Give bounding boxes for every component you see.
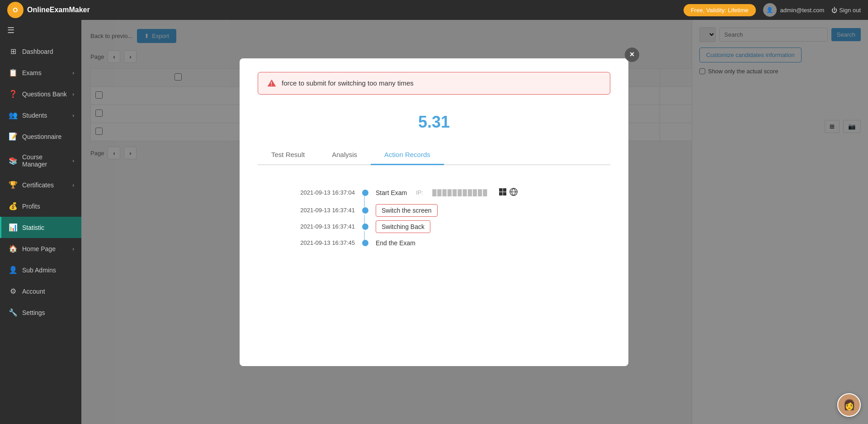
timeline: 2021-09-13 16:37:04 Start Exam IP: █████…: [258, 179, 610, 256]
timeline-date: 2021-09-13 16:37:45: [285, 239, 355, 246]
sub-admins-icon: 👤: [9, 266, 18, 274]
exams-icon: 📋: [9, 68, 18, 77]
tab-test-result[interactable]: Test Result: [258, 145, 318, 165]
sidebar-item-label: Home Page: [22, 245, 56, 252]
highlight-box: Switch the screen: [376, 204, 438, 217]
chevron-right-icon: ›: [72, 70, 74, 76]
timeline-date: 2021-09-13 16:37:41: [285, 207, 355, 214]
modal: × ! force to submit for switching too ma…: [240, 58, 628, 366]
sidebar-item-statistic[interactable]: 📊 Statistic: [0, 217, 81, 238]
sidebar-item-dashboard[interactable]: ⊞ Dashboard: [0, 41, 81, 62]
logo-text: OnlineExamMaker: [27, 6, 90, 14]
hamburger-icon[interactable]: ☰: [0, 20, 81, 41]
sidebar-item-label: Account: [22, 288, 45, 295]
sidebar-item-students[interactable]: 👥 Students ›: [0, 105, 81, 126]
timeline-date: 2021-09-13 16:37:04: [285, 189, 355, 196]
timeline-date: 2021-09-13 16:37:41: [285, 223, 355, 230]
sidebar-item-label: Profits: [22, 203, 40, 210]
sidebar-item-label: Students: [22, 112, 47, 119]
settings-icon: 🔧: [9, 308, 18, 317]
sidebar-item-label: Course Manager: [22, 153, 68, 168]
sidebar-item-account[interactable]: ⚙ Account: [0, 281, 81, 302]
validity-button[interactable]: Free, Validity: Lifetime: [684, 4, 756, 16]
course-manager-icon: 📚: [9, 157, 18, 165]
sidebar-item-profits[interactable]: 💰 Profits: [0, 195, 81, 217]
user-name: admin@test.com: [780, 7, 825, 14]
sidebar-item-exams[interactable]: 📋 Exams ›: [0, 62, 81, 83]
sidebar-item-certificates[interactable]: 🏆 Certificates ›: [0, 174, 81, 195]
sidebar-item-label: Questions Bank: [22, 91, 67, 98]
statistic-icon: 📊: [9, 223, 18, 232]
timeline-label: End the Exam: [376, 239, 415, 247]
account-icon: ⚙: [9, 287, 18, 295]
navbar-right: Free, Validity: Lifetime 👤 admin@test.co…: [684, 3, 861, 17]
sidebar-item-label: Dashboard: [22, 48, 53, 55]
sidebar-item-label: Settings: [22, 309, 45, 316]
chevron-right-icon: ›: [72, 246, 74, 252]
svg-text:!: !: [271, 81, 272, 86]
sidebar-item-home-page[interactable]: 🏠 Home Page ›: [0, 238, 81, 259]
signout-label: Sign out: [839, 7, 861, 14]
alert-banner: ! force to submit for switching too many…: [258, 72, 610, 95]
sidebar-item-label: Questionnaire: [22, 133, 61, 140]
students-icon: 👥: [9, 111, 18, 119]
highlight-box: Switching Back: [376, 220, 430, 233]
profits-icon: 💰: [9, 202, 18, 210]
timeline-item-switching-back: 2021-09-13 16:37:41 Switching Back: [285, 219, 583, 235]
signout-icon: ⏻: [831, 7, 837, 14]
avatar: 👤: [763, 3, 777, 17]
warning-icon: !: [267, 79, 276, 88]
platform-icons: [499, 188, 518, 198]
tab-analysis[interactable]: Analysis: [318, 145, 371, 165]
floating-avatar: 👩: [837, 393, 861, 417]
timeline-item-switch-screen: 2021-09-13 16:37:41 Switch the screen: [285, 202, 583, 219]
logo-icon: O: [7, 2, 24, 18]
svg-rect-4: [503, 192, 507, 195]
timeline-label: Start Exam: [376, 189, 407, 196]
timeline-dot: [362, 190, 368, 196]
timeline-label: Switching Back: [382, 223, 425, 230]
sidebar-item-label: Sub Admins: [22, 267, 56, 274]
ip-label: IP:: [416, 189, 423, 196]
chevron-right-icon: ›: [72, 182, 74, 188]
home-icon: 🏠: [9, 244, 18, 253]
svg-rect-2: [503, 188, 507, 192]
alert-text: force to submit for switching too many t…: [282, 79, 414, 87]
user-info: 👤 admin@test.com: [763, 3, 825, 17]
sidebar: ☰ ⊞ Dashboard 📋 Exams › ❓ Questions Bank…: [0, 20, 81, 424]
chevron-right-icon: ›: [72, 113, 74, 118]
svg-rect-1: [499, 188, 503, 192]
timeline-label: Switch the screen: [382, 207, 432, 214]
questionnaire-icon: 📝: [9, 132, 18, 141]
sidebar-item-questionnaire[interactable]: 📝 Questionnaire: [0, 126, 81, 147]
timeline-item-end-exam: 2021-09-13 16:37:45 End the Exam: [285, 235, 583, 251]
sidebar-item-label: Certificates: [22, 181, 54, 189]
browser-icon: [509, 188, 518, 198]
timeline-dot: [362, 224, 368, 230]
certificates-icon: 🏆: [9, 181, 18, 189]
windows-icon: [499, 188, 507, 198]
navbar: O OnlineExamMaker Free, Validity: Lifeti…: [0, 0, 868, 20]
timeline-item-start-exam: 2021-09-13 16:37:04 Start Exam IP: █████…: [285, 183, 583, 202]
ip-value: ███████████: [432, 189, 488, 196]
sidebar-item-questions-bank[interactable]: ❓ Questions Bank ›: [0, 83, 81, 105]
sidebar-item-sub-admins[interactable]: 👤 Sub Admins: [0, 259, 81, 281]
sidebar-item-label: Statistic: [22, 224, 44, 231]
sidebar-item-label: Exams: [22, 69, 42, 76]
chevron-right-icon: ›: [72, 91, 74, 97]
sidebar-item-course-manager[interactable]: 📚 Course Manager ›: [0, 147, 81, 174]
chevron-right-icon: ›: [72, 158, 74, 163]
timeline-dot: [362, 240, 368, 246]
navbar-logo: O OnlineExamMaker: [7, 2, 90, 18]
timeline-dot: [362, 207, 368, 214]
svg-rect-3: [499, 192, 503, 195]
modal-close-button[interactable]: ×: [625, 48, 639, 62]
modal-tabs: Test Result Analysis Action Records: [258, 145, 610, 165]
sidebar-item-settings[interactable]: 🔧 Settings: [0, 302, 81, 323]
score-display: 5.31: [258, 104, 610, 145]
tab-action-records[interactable]: Action Records: [371, 145, 444, 165]
questions-bank-icon: ❓: [9, 90, 18, 98]
signout-button[interactable]: ⏻ Sign out: [831, 7, 861, 14]
dashboard-icon: ⊞: [9, 47, 18, 56]
